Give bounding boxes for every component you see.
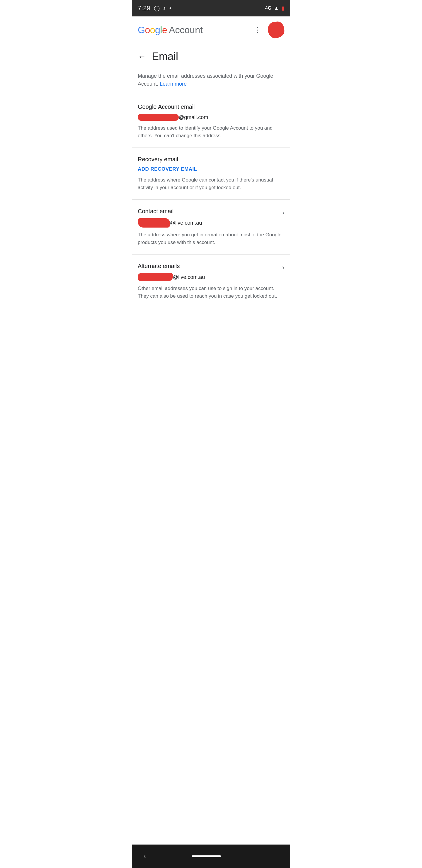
alternate-emails-title: Alternate emails (138, 263, 282, 270)
more-options-button[interactable]: ⋮ (254, 26, 262, 34)
bottom-nav: ‹ (132, 844, 290, 868)
contact-email-address: @live.com.au (138, 218, 282, 227)
google-letter-g2: g (155, 25, 160, 35)
page-description: Manage the email addresses associated wi… (132, 67, 290, 95)
alternate-email-suffix: @live.com.au (173, 274, 205, 280)
google-letter-o1: o (145, 25, 150, 35)
tiktok-icon: ♪ (163, 5, 166, 11)
account-label: Account (169, 25, 203, 35)
add-recovery-email-button[interactable]: ADD RECOVERY EMAIL (138, 166, 284, 172)
learn-more-link[interactable]: Learn more (160, 81, 187, 87)
recovery-email-description: The address where Google can contact you… (138, 176, 284, 191)
nav-home-pill[interactable] (192, 856, 221, 857)
page-header: ← Email (132, 43, 290, 67)
status-bar-right: 4G ▲ ▮ (265, 5, 284, 11)
redacted-email-blob (138, 114, 179, 121)
nav-back-button[interactable]: ‹ (143, 852, 145, 860)
google-account-email-address: @gmail.com (138, 114, 284, 121)
app-header: Google Account ⋮ (132, 17, 290, 43)
contact-email-chevron[interactable]: › (282, 209, 284, 217)
signal-icon: ▲ (274, 5, 279, 11)
description-text: Manage the email addresses associated wi… (138, 73, 273, 87)
status-bar: 7:29 ◯ ♪ • 4G ▲ ▮ (132, 0, 290, 17)
alternate-emails-description: Other email addresses you can use to sig… (138, 285, 282, 300)
battery-icon: ▮ (281, 5, 284, 11)
recovery-email-title: Recovery email (138, 156, 284, 163)
avatar[interactable] (267, 21, 285, 39)
contact-email-title: Contact email (138, 208, 282, 215)
google-account-email-section: Google Account email @gmail.com The addr… (132, 95, 290, 148)
recovery-email-section: Recovery email ADD RECOVERY EMAIL The ad… (132, 148, 290, 200)
status-time: 7:29 (138, 4, 150, 12)
status-bar-left: 7:29 ◯ ♪ • (138, 4, 171, 12)
google-account-email-title: Google Account email (138, 103, 284, 110)
notification-dot: • (169, 5, 171, 11)
google-letter-g: G (138, 25, 145, 35)
google-wordmark: Google (138, 25, 167, 35)
google-letter-e: e (162, 25, 167, 35)
google-letter-l: l (160, 25, 162, 35)
back-button[interactable]: ← (138, 52, 146, 61)
alternate-emails-content: Alternate emails @live.com.au Other emai… (138, 263, 282, 300)
contact-email-suffix: @live.com.au (170, 220, 202, 226)
alternate-emails-section[interactable]: Alternate emails @live.com.au Other emai… (132, 254, 290, 308)
page-title: Email (152, 51, 178, 63)
network-type: 4G (265, 6, 271, 11)
header-actions: ⋮ (254, 22, 284, 38)
google-logo: Google Account (138, 25, 203, 35)
page-content: ← Email Manage the email addresses assoc… (132, 43, 290, 844)
google-letter-o2: o (150, 25, 155, 35)
redacted-alternate-blob (138, 273, 173, 281)
facebook-icon: ◯ (154, 5, 160, 11)
google-account-email-description: The address used to identify your Google… (138, 124, 284, 139)
alternate-emails-row[interactable]: Alternate emails @live.com.au Other emai… (138, 263, 284, 300)
contact-email-row[interactable]: Contact email @live.com.au The address w… (138, 208, 284, 246)
email-suffix: @gmail.com (179, 114, 208, 121)
redacted-contact-blob (138, 218, 170, 227)
alternate-email-address: @live.com.au (138, 273, 282, 281)
contact-email-content: Contact email @live.com.au The address w… (138, 208, 282, 246)
contact-email-description: The address where you get information ab… (138, 231, 282, 246)
contact-email-section[interactable]: Contact email @live.com.au The address w… (132, 200, 290, 254)
alternate-emails-chevron[interactable]: › (282, 264, 284, 272)
